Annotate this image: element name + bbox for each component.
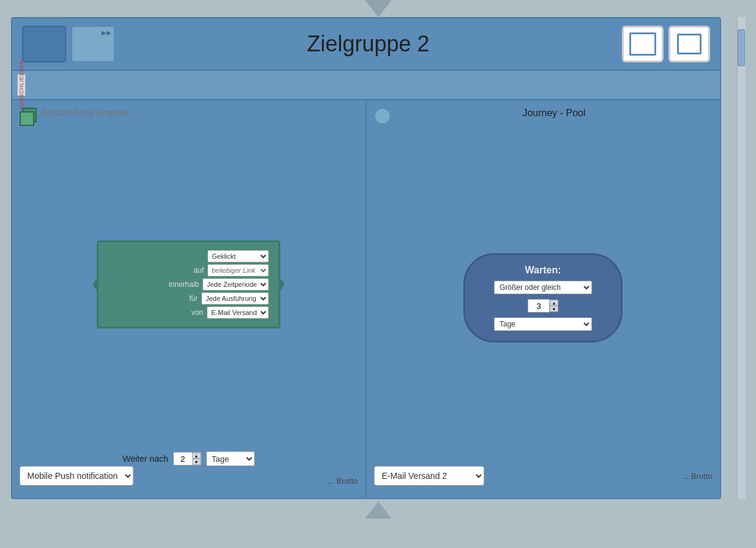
wait-condition-select[interactable]: Größer oder gleich Kleiner als Gleich: [494, 281, 592, 294]
right-panel-top: Journey - Pool: [374, 108, 713, 125]
weiter-increment-btn[interactable]: ▲: [192, 453, 201, 459]
brutto-label-right: ... Brutto: [682, 472, 712, 481]
condition-row-1: Geklickt: [108, 250, 269, 262]
window-icon: [629, 32, 656, 56]
right-panel: Journey - Pool Warten: Größer oder gleic…: [367, 100, 720, 498]
versand-select[interactable]: E-Mail Versand: [207, 306, 269, 319]
innerhalb-label: innerhalb: [169, 280, 199, 289]
condition-row-3: innerhalb Jede Zeitperiode: [108, 278, 269, 291]
left-bottom-row: Mobile Push notification E-Mail Versand …: [20, 466, 358, 491]
link-select[interactable]: beliebiger Link: [208, 264, 269, 276]
scrollbar-thumb[interactable]: [738, 29, 745, 66]
journey-toggle[interactable]: [374, 108, 391, 125]
weiter-spinner: ▲ ▼: [192, 453, 201, 465]
header-icons-right: [622, 26, 710, 62]
journey-pool-label: Journey - Pool: [396, 108, 713, 119]
main-container: Zielgruppe 2 AUSSCHLIESSEN: [11, 17, 721, 499]
content-area: Geklickt auf beliebiger Link innerhalb: [12, 100, 720, 498]
weiter-decrement-btn[interactable]: ▼: [192, 459, 201, 465]
flow-arrow-top: [365, 0, 392, 17]
wait-spinner: ▲ ▼: [550, 300, 558, 312]
condition-row-2: auf beliebiger Link: [108, 264, 269, 276]
wait-number-row: ▲ ▼: [528, 299, 558, 313]
left-panel: Geklickt auf beliebiger Link innerhalb: [12, 100, 367, 498]
channel-select-right[interactable]: E-Mail Versand 2 E-Mail Versand SMS: [374, 466, 484, 486]
description-input[interactable]: [42, 108, 358, 117]
fuer-label: für: [189, 294, 198, 303]
small-window-icon-button[interactable]: [668, 26, 710, 62]
wait-decrement-btn[interactable]: ▼: [550, 306, 558, 312]
left-icon-1[interactable]: [22, 26, 66, 62]
notch-left: [92, 276, 99, 293]
weiter-nach-row: Weiter nach ▲ ▼ Tage Stunden: [122, 451, 254, 466]
channel-select-left[interactable]: Mobile Push notification E-Mail Versand …: [20, 466, 133, 486]
wait-box: Warten: Größer oder gleich Kleiner als G…: [463, 253, 623, 342]
weiter-nach-label: Weiter nach: [122, 454, 168, 464]
weiter-unit-select[interactable]: Tage Stunden Wochen: [206, 451, 255, 466]
condition-row-4: für Jede Ausführung: [108, 292, 269, 305]
scrollbar[interactable]: [737, 17, 746, 499]
left-icon-2[interactable]: [71, 26, 115, 62]
wait-unit-select[interactable]: Tage Stunden Wochen: [494, 317, 592, 331]
wait-number-input[interactable]: [528, 299, 550, 313]
condition-row-5: von E-Mail Versand: [108, 306, 269, 319]
filter-bar: AUSSCHLIESSEN: [12, 71, 720, 100]
weiter-number-input[interactable]: [174, 454, 192, 464]
wait-increment-btn[interactable]: ▲: [550, 300, 558, 306]
right-bottom-row: E-Mail Versand 2 E-Mail Versand SMS ... …: [374, 466, 713, 491]
von-label: von: [192, 308, 203, 317]
header: Zielgruppe 2: [12, 18, 720, 71]
left-panel-top: [20, 108, 358, 125]
page-title: Zielgruppe 2: [115, 31, 622, 57]
weiter-number-box: ▲ ▼: [173, 452, 201, 465]
window-icon-button[interactable]: [622, 26, 664, 62]
auf-label: auf: [193, 266, 204, 275]
period-select[interactable]: Jede Zeitperiode: [203, 278, 269, 291]
brutto-label-left: ... Brutto: [327, 476, 357, 486]
wait-label: Warten:: [525, 265, 561, 276]
small-window-icon: [677, 34, 702, 54]
copy-icon[interactable]: [20, 108, 37, 125]
condition-box: Geklickt auf beliebiger Link innerhalb: [97, 240, 280, 328]
geklickt-select[interactable]: Geklickt: [208, 250, 269, 262]
execution-select[interactable]: Jede Ausführung: [201, 292, 269, 305]
flow-arrow-bottom: [365, 502, 392, 519]
filter-label[interactable]: AUSSCHLIESSEN: [17, 74, 26, 96]
notch-right: [279, 276, 285, 293]
header-icons-left: [22, 26, 115, 62]
